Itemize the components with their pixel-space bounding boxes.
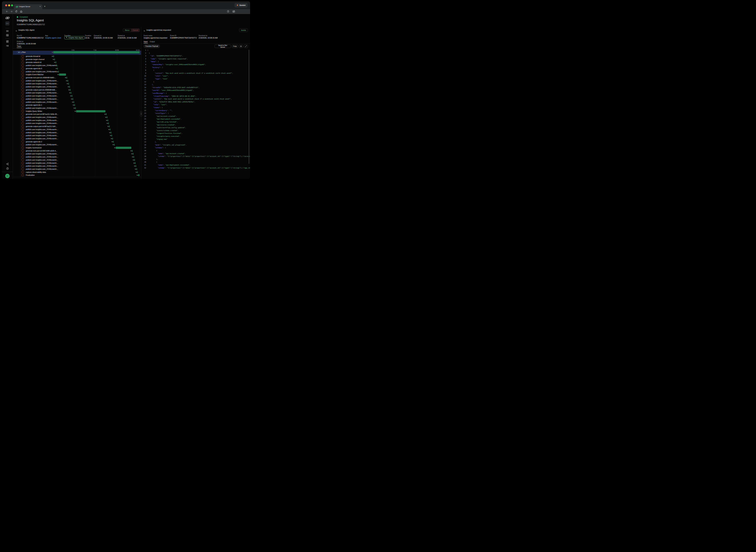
- cancel-button[interactable]: Cancel: [131, 28, 140, 32]
- trace-row[interactable]: >_publish:user:insights:user_2VH6zowmh..…: [13, 94, 141, 98]
- trace-span-bar[interactable]: [107, 116, 108, 118]
- trace-span-bar[interactable]: [132, 150, 133, 152]
- invoke-button[interactable]: Invoke: [239, 28, 248, 32]
- home-icon[interactable]: [20, 10, 23, 13]
- trace-span-bar[interactable]: [71, 92, 71, 94]
- row-count-badge[interactable]: 40: [17, 51, 22, 53]
- sidebar-item-apps[interactable]: [2, 40, 13, 43]
- tab-input[interactable]: Input: [144, 40, 148, 42]
- trace-span-bar[interactable]: [137, 171, 138, 173]
- app-avatar[interactable]: DV: [5, 21, 10, 26]
- zoom-window-button[interactable]: [11, 4, 13, 6]
- trace-span-bar[interactable]: [69, 86, 70, 88]
- trace-span-bar[interactable]: [110, 129, 111, 130]
- trace-row[interactable]: ☑Finalization: [13, 174, 141, 177]
- forward-icon[interactable]: [10, 10, 13, 13]
- trace-span-bar[interactable]: [68, 83, 69, 85]
- trace-span-bar[interactable]: [70, 89, 70, 91]
- minimize-window-button[interactable]: [8, 4, 10, 6]
- trace-row[interactable]: >_publish:user:insights:user_2VH6zowmh..…: [13, 162, 141, 165]
- rerun-button[interactable]: Rerun: [123, 28, 131, 32]
- trace-row[interactable]: ∿Insights Summarizer: [13, 146, 141, 149]
- trace-row[interactable]: >_publish:user:insights:user_2VH6zowmh..…: [13, 128, 141, 131]
- function-pill[interactable]: Insights SQL Agent: [64, 36, 84, 39]
- new-tab-button[interactable]: +: [44, 5, 45, 8]
- trace-row[interactable]: ∿Insights Event Matcher: [13, 73, 141, 76]
- run-span-bar[interactable]: [53, 51, 140, 53]
- trace-row[interactable]: >_generate-tool-part-id-887aa111-5d4e-45…: [13, 113, 141, 116]
- trace-span-bar[interactable]: [138, 174, 140, 176]
- json-code-viewer[interactable]: 1[2{3"id": "01KHRMPVZP0V977KAT2GP3ST7J",…: [141, 49, 250, 179]
- trace-span-bar[interactable]: [136, 165, 136, 167]
- reload-icon[interactable]: [15, 10, 18, 13]
- trace-row[interactable]: >_generate-text-part-id-9357e5f0-a530-4.…: [13, 149, 141, 152]
- close-tab-icon[interactable]: ×: [39, 5, 41, 8]
- trace-row[interactable]: >_publish:user:insights:user_2VH6zowmh..…: [13, 143, 141, 146]
- expand-icon[interactable]: [244, 44, 248, 48]
- trace-row[interactable]: >_publish:user:insights:user_2VH6zowmh..…: [13, 85, 141, 88]
- trace-span-bar[interactable]: [108, 122, 109, 124]
- chevron-down-icon[interactable]: [15, 29, 17, 31]
- sidebar-item-functions[interactable]: [2, 44, 13, 47]
- trace-row[interactable]: >_publish:user:insights:user_2VH6zowmh..…: [13, 82, 141, 85]
- tab-trace[interactable]: Trace: [17, 45, 21, 47]
- trace-row[interactable]: >_generate-network-id: [13, 61, 141, 64]
- gemini-button[interactable]: Gemini: [234, 3, 247, 7]
- trace-row[interactable]: >_generate-output-part-id-887aa111-5d4..…: [13, 125, 141, 128]
- side-panel-icon[interactable]: [232, 10, 235, 13]
- trace-row[interactable]: >_generate-agent-ids-1: [13, 104, 141, 107]
- extensions-icon[interactable]: [227, 10, 230, 13]
- back-icon[interactable]: [6, 10, 8, 13]
- trace-span-bar[interactable]: [59, 74, 66, 76]
- trace-row[interactable]: >_capture-observability-data: [13, 171, 141, 174]
- trace-span-bar[interactable]: [113, 141, 114, 143]
- help-icon[interactable]: [2, 167, 13, 170]
- trace-row[interactable]: >_publish:user:insights:user_2VH6zowmh..…: [13, 137, 141, 140]
- trace-span-bar[interactable]: [111, 132, 111, 134]
- trace-span-bar[interactable]: [75, 107, 76, 109]
- trace-span-bar[interactable]: [112, 138, 113, 140]
- trace-span-bar[interactable]: [73, 101, 74, 103]
- trace-span-bar[interactable]: [134, 156, 134, 158]
- trace-row[interactable]: >_publish:user:insights:user_2VH6zowmh..…: [13, 158, 141, 162]
- trace-row[interactable]: >_publish:user:insights:user_2VH6zowmh..…: [13, 134, 141, 137]
- trace-span-bar[interactable]: [135, 162, 136, 164]
- trace-span-bar[interactable]: [54, 58, 55, 60]
- trace-row[interactable]: >_publish:user:insights:user_2VH6zowmh..…: [13, 107, 141, 110]
- trace-row[interactable]: >_publish:user:insights:user_2VH6zowmh..…: [13, 122, 141, 125]
- trace-span-bar[interactable]: [72, 95, 72, 97]
- trace-row[interactable]: >_publish:user:insights:user_2VH6zowmh..…: [13, 168, 141, 171]
- trace-span-bar[interactable]: [66, 77, 67, 79]
- trace-span-bar[interactable]: [116, 147, 131, 149]
- trace-row[interactable]: >_publish:user:insights:user_2VH6zowmh..…: [13, 131, 141, 134]
- close-window-button[interactable]: [5, 4, 7, 6]
- trace-span-bar[interactable]: [56, 64, 57, 66]
- trace-span-bar[interactable]: [55, 61, 56, 63]
- copy-button[interactable]: Copy: [232, 44, 238, 48]
- sidebar-item-runs[interactable]: [2, 30, 13, 32]
- app-link[interactable]: insights-agent-client: [45, 37, 61, 39]
- trace-span-bar[interactable]: [108, 120, 108, 121]
- chevron-down-icon[interactable]: [144, 29, 145, 31]
- browser-tab[interactable]: Inngest Server ×: [14, 4, 42, 9]
- function-payload-pill[interactable]: Function Payload: [144, 44, 160, 48]
- trace-span-bar[interactable]: [76, 110, 106, 112]
- trace-row[interactable]: >_publish:user:insights:user_2VH6zowmh..…: [13, 164, 141, 168]
- trace-span-bar[interactable]: [58, 71, 59, 73]
- trace-row[interactable]: >_generate-tool-part-id-c458648f-8d60-..…: [13, 76, 141, 79]
- trace-span-bar[interactable]: [106, 113, 107, 115]
- trace-row[interactable]: >_publish:user:insights:user_2VH6zowmh..…: [13, 155, 141, 158]
- trace-row[interactable]: >_generate-target-channel: [13, 58, 141, 61]
- trace-row[interactable]: >_publish:user:insights:user_2VH6zowmh..…: [13, 79, 141, 82]
- trace-span-bar[interactable]: [133, 153, 134, 155]
- trace-row[interactable]: >_publish:user:insights:user_2VH6zowmh..…: [13, 91, 141, 94]
- trace-row-run[interactable]: 40 Run: [13, 51, 141, 54]
- trace-row[interactable]: >_publish:user:insights:user_2VH6zowmh..…: [13, 64, 141, 67]
- trace-span-bar[interactable]: [67, 80, 68, 82]
- trace-span-bar[interactable]: [114, 144, 115, 146]
- trace-row[interactable]: >_publish:user:insights:user_2VH6zowmh..…: [13, 152, 141, 155]
- trace-row[interactable]: >_publish:user:insights:user_2VH6zowmh..…: [13, 98, 141, 101]
- trace-row[interactable]: >_generate-agent-ids-0: [13, 67, 141, 70]
- code-scrollbar[interactable]: [249, 50, 249, 164]
- dev-server-button[interactable]: [5, 174, 10, 178]
